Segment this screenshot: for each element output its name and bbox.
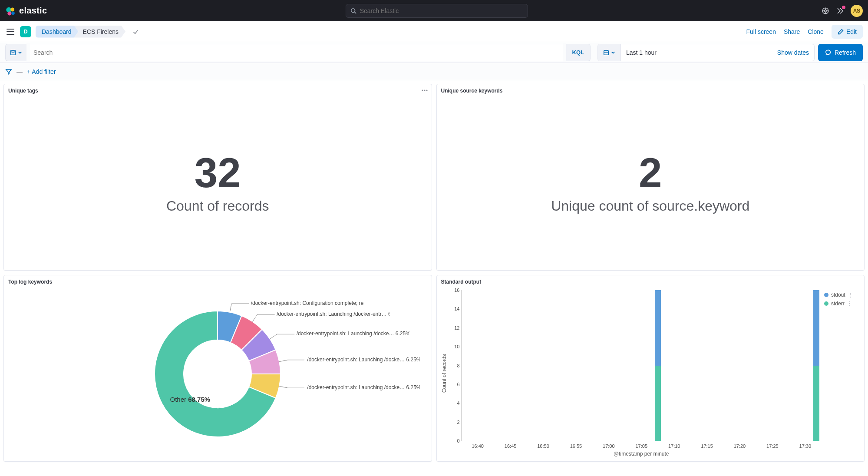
brand[interactable]: elastic (5, 6, 47, 16)
query-input-wrap (30, 44, 563, 61)
ellipsis-icon (421, 87, 428, 94)
metric-value: 32 (195, 152, 241, 194)
edit-label: Edit (846, 28, 857, 35)
dashboard-grid: Unique tags 32 Count of records Unique s… (0, 80, 868, 476)
add-filter-button[interactable]: + Add filter (27, 68, 56, 75)
svg-point-7 (825, 10, 827, 12)
query-bar: KQL Last 1 hour Show dates Refresh (0, 42, 868, 63)
bar-segment-stdout (655, 290, 661, 366)
saved-query-button[interactable] (5, 44, 26, 61)
svg-rect-14 (604, 50, 609, 55)
x-tick: 17:30 (799, 443, 812, 449)
time-range-button[interactable]: Last 1 hour (621, 44, 725, 61)
legend-label: stderr (831, 301, 845, 307)
nav-toggle-button[interactable] (5, 26, 16, 37)
y-axis-label: Count of records (440, 290, 448, 457)
notification-dot-icon (842, 6, 845, 9)
legend-swatch-icon (824, 293, 828, 297)
donut-slice-label: /docker-entrypoint.sh: Configuration com… (251, 300, 364, 306)
panel-top-log-keywords: Top log keywords /docker-entrypoint.sh: … (3, 275, 432, 462)
share-button[interactable]: Share (784, 28, 800, 35)
newsfeed-icon[interactable] (836, 7, 845, 15)
query-language-badge[interactable]: KQL (566, 44, 591, 61)
elastic-logo-icon (5, 6, 16, 16)
svg-rect-13 (12, 50, 14, 52)
donut-slice-label: /docker-entrypoint.sh: Launching /docke…… (297, 331, 409, 337)
x-tick: 16:40 (472, 443, 484, 449)
y-tick: 10 (449, 344, 460, 349)
svg-point-20 (424, 89, 425, 91)
edit-button[interactable]: Edit (832, 25, 863, 39)
bar-segment-stdout (813, 290, 819, 366)
bar-segment-stderr (655, 366, 661, 441)
legend-item-stderr[interactable]: stderr ⋮ (824, 301, 861, 307)
svg-line-5 (354, 12, 356, 13)
metric: 2 Unique count of source.keyword (437, 96, 865, 270)
y-tick: 6 (449, 382, 460, 387)
x-tick: 16:50 (537, 443, 549, 449)
svg-point-4 (351, 8, 355, 12)
donut-center-label: Other 68.75% (170, 396, 211, 403)
bar[interactable] (813, 290, 819, 441)
svg-point-19 (422, 89, 423, 91)
query-input[interactable] (30, 49, 563, 56)
avatar[interactable]: AS (851, 5, 863, 17)
panel-title: Standard output (437, 275, 865, 287)
svg-marker-18 (6, 69, 11, 74)
x-tick: 16:45 (505, 443, 517, 449)
y-tick: 8 (449, 363, 460, 368)
global-header: elastic AS (0, 0, 868, 21)
plot-area: 024681012141616:4016:4516:5016:5517:0017… (461, 290, 822, 441)
svg-point-2 (7, 11, 11, 15)
show-dates-label: Show dates (777, 49, 809, 56)
filter-options-icon[interactable] (5, 68, 12, 75)
sub-header: D Dashboard ECS Firelens Full screen Sha… (0, 21, 868, 42)
brand-text: elastic (19, 6, 47, 16)
panel-unique-source: Unique source keywords 2 Unique count of… (436, 84, 865, 271)
y-tick: 4 (449, 400, 460, 406)
header-right: AS (821, 5, 863, 17)
legend-item-stdout[interactable]: stdout ⋮ (824, 292, 861, 298)
svg-point-1 (10, 7, 14, 11)
chevron-down-icon (18, 50, 22, 55)
y-tick: 0 (449, 438, 460, 443)
legend: stdout ⋮ stderr ⋮ (822, 290, 861, 457)
x-tick: 17:10 (668, 443, 680, 449)
toolbar: Full screen Share Clone Edit (746, 25, 863, 39)
breadcrumb-dashboard[interactable]: Dashboard (36, 26, 79, 38)
saved-check-icon (132, 29, 139, 35)
time-range-label: Last 1 hour (626, 49, 657, 56)
calendar-icon (603, 50, 609, 56)
time-picker: Last 1 hour Show dates (597, 44, 815, 61)
search-icon (350, 8, 356, 14)
show-dates-button[interactable]: Show dates (772, 44, 814, 61)
x-tick: 17:00 (603, 443, 615, 449)
refresh-button[interactable]: Refresh (818, 44, 863, 61)
clone-button[interactable]: Clone (808, 28, 824, 35)
donut-slice-label: /docker-entrypoint.sh: Launching /docker… (277, 311, 389, 317)
x-tick: 16:55 (570, 443, 582, 449)
legend-label: stdout (831, 292, 845, 298)
svg-point-21 (426, 89, 427, 91)
breadcrumb-current[interactable]: ECS Firelens (74, 26, 125, 38)
pencil-icon (838, 29, 844, 35)
global-search[interactable] (346, 4, 528, 18)
bar[interactable] (655, 290, 661, 441)
panel-standard-output: Standard output Count of records 0246810… (436, 275, 865, 462)
panel-options-button[interactable] (421, 87, 428, 95)
space-badge[interactable]: D (20, 26, 31, 37)
bar-segment-stderr (813, 366, 819, 441)
full-screen-button[interactable]: Full screen (746, 28, 776, 35)
help-icon[interactable] (821, 7, 830, 15)
x-tick: 17:05 (635, 443, 647, 449)
svg-rect-12 (11, 50, 16, 55)
ellipsis-vertical-icon[interactable]: ⋮ (848, 292, 853, 298)
ellipsis-vertical-icon[interactable]: ⋮ (847, 301, 852, 307)
donut-slice-label: /docker-entrypoint.sh: Launching /docke…… (307, 357, 420, 363)
bar-chart[interactable]: Count of records 024681012141616:4016:45… (437, 287, 865, 461)
global-search-input[interactable] (360, 7, 523, 14)
panel-title: Unique source keywords (437, 84, 865, 96)
time-picker-calendar-button[interactable] (598, 44, 621, 61)
svg-point-3 (11, 11, 15, 15)
metric-label: Count of records (166, 198, 269, 214)
